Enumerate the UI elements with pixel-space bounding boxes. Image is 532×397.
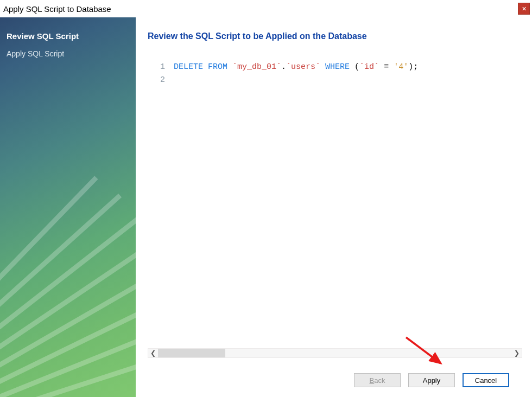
dialog-body: Review SQL Script Apply SQL Script Revie… bbox=[0, 17, 532, 397]
cancel-button[interactable]: Cancel bbox=[463, 373, 509, 387]
sql-editor[interactable]: 1 2 DELETE FROM `my_db_01`.`users` WHERE… bbox=[148, 61, 522, 346]
sidebar-decoration bbox=[0, 256, 136, 397]
apply-button[interactable]: Apply bbox=[408, 373, 455, 387]
window-title: Apply SQL Script to Database bbox=[3, 4, 111, 14]
editor-code[interactable]: DELETE FROM `my_db_01`.`users` WHERE (`i… bbox=[174, 61, 522, 346]
line-number: 2 bbox=[148, 74, 165, 87]
sidebar-step-review[interactable]: Review SQL Script bbox=[0, 27, 136, 45]
close-button[interactable]: ✕ bbox=[518, 3, 530, 15]
sidebar-step-apply[interactable]: Apply SQL Script bbox=[0, 45, 136, 62]
back-button: Back bbox=[354, 373, 401, 387]
line-number: 1 bbox=[148, 61, 165, 74]
editor-gutter: 1 2 bbox=[148, 61, 174, 346]
main-pane: Review the SQL Script to be Applied on t… bbox=[136, 17, 532, 397]
page-heading: Review the SQL Script to be Applied on t… bbox=[148, 31, 522, 41]
scroll-left-icon[interactable]: ❮ bbox=[148, 349, 158, 357]
wizard-sidebar: Review SQL Script Apply SQL Script bbox=[0, 17, 136, 397]
close-icon: ✕ bbox=[522, 5, 527, 12]
button-row: Back Apply Cancel bbox=[148, 373, 522, 390]
scroll-thumb[interactable] bbox=[158, 349, 225, 357]
titlebar: Apply SQL Script to Database ✕ bbox=[0, 0, 532, 17]
scroll-track[interactable] bbox=[158, 349, 512, 357]
horizontal-scrollbar[interactable]: ❮ ❯ bbox=[148, 348, 522, 358]
scroll-right-icon[interactable]: ❯ bbox=[512, 349, 522, 357]
